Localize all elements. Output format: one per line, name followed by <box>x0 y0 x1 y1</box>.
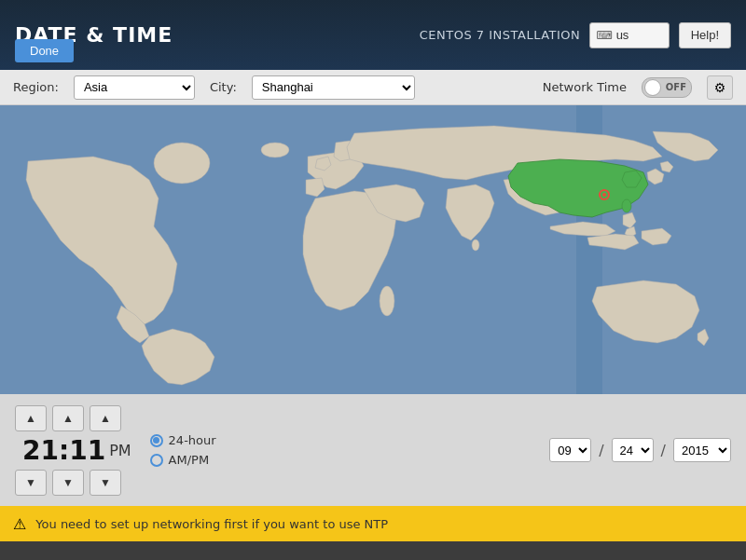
format-ampm-radio[interactable] <box>150 454 163 467</box>
format-24h-option[interactable]: 24-hour <box>150 433 216 447</box>
region-label: Region: <box>13 80 59 94</box>
search-input[interactable] <box>616 28 663 42</box>
format-24h-label: 24-hour <box>169 433 216 447</box>
install-label: CENTOS 7 INSTALLATION <box>420 28 581 42</box>
toolbar: Region: Africa America Antarctica Arctic… <box>0 70 746 105</box>
time-display: 21:11 PM <box>22 435 131 466</box>
warning-bar: ⚠ You need to set up networking first if… <box>0 506 746 541</box>
minutes-value: 11 <box>69 435 105 466</box>
region-select[interactable]: Africa America Antarctica Arctic Asia At… <box>74 75 195 100</box>
format-ampm-label: AM/PM <box>169 453 210 467</box>
hours-down-button[interactable]: ▼ <box>15 470 47 496</box>
map-container[interactable] <box>0 105 746 394</box>
header-right: CENTOS 7 INSTALLATION ⌨ Help! <box>420 22 731 48</box>
svg-point-8 <box>602 193 606 197</box>
city-label: City: <box>210 80 237 94</box>
ntp-toggle[interactable]: OFF <box>642 77 692 98</box>
ntp-toggle-knob <box>644 79 661 96</box>
header-left: DATE & TIME Done <box>15 23 420 47</box>
search-box: ⌨ <box>589 22 669 48</box>
warning-text: You need to set up networking first if y… <box>35 517 388 531</box>
svg-point-5 <box>472 239 479 251</box>
minutes-up-button[interactable]: ▲ <box>52 405 84 431</box>
page-title: DATE & TIME <box>15 23 420 47</box>
down-arrow-icon: ▼ <box>25 476 36 489</box>
ampm-value: PM <box>109 442 131 459</box>
format-ampm-option[interactable]: AM/PM <box>150 453 216 467</box>
day-select[interactable]: 01020304 05060708 09101112 13141516 1718… <box>612 438 654 462</box>
up-arrow-icon: ▲ <box>25 412 36 425</box>
format-24h-radio[interactable] <box>150 434 163 447</box>
year-select[interactable]: 201320142015 20162017 <box>673 438 731 462</box>
ntp-settings-button[interactable]: ⚙ <box>707 75 733 100</box>
svg-point-6 <box>261 143 289 157</box>
up-spinner-row: ▲ ▲ ▲ <box>15 405 121 431</box>
keyboard-icon: ⌨ <box>596 29 612 42</box>
up-arrow-icon: ▲ <box>100 412 111 425</box>
minutes-down-button[interactable]: ▼ <box>52 470 84 496</box>
date-spinners: 01020304 05060708 09101112 / 01020304 05… <box>549 438 731 462</box>
header: DATE & TIME Done CENTOS 7 INSTALLATION ⌨… <box>0 0 746 70</box>
date-separator-1: / <box>599 442 603 459</box>
time-value: 21:11 <box>22 435 105 466</box>
done-button[interactable]: Done <box>15 39 74 62</box>
hours-value: 21 <box>22 435 59 466</box>
ntp-off-label: OFF <box>666 82 686 92</box>
down-arrow-icon: ▼ <box>100 476 111 489</box>
network-time-label: Network Time <box>543 80 627 94</box>
svg-point-3 <box>380 286 394 316</box>
ampm-up-button[interactable]: ▲ <box>90 405 121 431</box>
ampm-down-button[interactable]: ▼ <box>90 470 121 496</box>
world-map[interactable] <box>0 105 746 394</box>
time-controls: ▲ ▲ ▲ 21:11 PM ▼ ▼ ▼ <box>0 394 746 506</box>
format-options: 24-hour AM/PM <box>150 433 216 467</box>
down-arrow-icon: ▼ <box>62 476 74 489</box>
city-select[interactable]: Shanghai Beijing Hong Kong Tokyo Seoul S… <box>252 75 415 100</box>
svg-point-2 <box>154 143 210 184</box>
svg-point-4 <box>622 199 631 212</box>
month-select[interactable]: 01020304 05060708 09101112 <box>549 438 591 462</box>
time-spinners: ▲ ▲ ▲ 21:11 PM ▼ ▼ ▼ <box>15 405 139 496</box>
up-arrow-icon: ▲ <box>62 412 74 425</box>
down-spinner-row: ▼ ▼ ▼ <box>15 470 121 496</box>
date-separator-2: / <box>661 442 666 459</box>
warning-icon: ⚠ <box>13 515 26 533</box>
hours-up-button[interactable]: ▲ <box>15 405 47 431</box>
gear-icon: ⚙ <box>714 80 726 95</box>
help-button[interactable]: Help! <box>679 22 731 48</box>
